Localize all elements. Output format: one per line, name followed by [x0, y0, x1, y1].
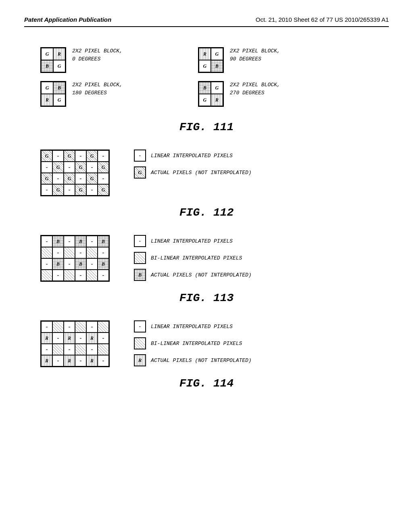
legend-text-2: BI-LINEAR INTERPOLATED PIXELS	[151, 255, 242, 261]
cell-b4: B	[199, 82, 211, 94]
label-0deg: 2X2 PIXEL BLOCK,0 DEGREES	[72, 47, 123, 63]
legend-text-2: BI-LINEAR INTERPOLATED PIXELS	[151, 341, 242, 347]
c-g: G	[98, 162, 109, 173]
c-dash: -	[41, 162, 52, 173]
label-90deg: 2X2 PIXEL BLOCK,90 DEGREES	[230, 47, 280, 63]
c-r: R	[86, 332, 98, 344]
publication-info: Oct. 21, 2010 Sheet 62 of 77 US 2010/265…	[256, 16, 389, 23]
label-180deg: 2X2 PIXEL BLOCK,180 DEGREES	[72, 81, 123, 97]
c-b: B	[52, 236, 64, 247]
c-hatch	[98, 321, 109, 332]
c-dash: -	[41, 344, 52, 355]
legend-box-dash: -	[134, 320, 146, 332]
c-hatch	[86, 270, 98, 281]
page-header: Patent Application Publication Oct. 21, …	[24, 16, 389, 27]
cell-g4: G	[199, 60, 211, 72]
c-dash: -	[52, 270, 64, 281]
c-dash: -	[64, 184, 75, 195]
fig111-item-270deg: B G G R 2X2 PIXEL BLOCK,270 DEGREES	[198, 81, 348, 107]
cell-r3: R	[41, 94, 53, 106]
c-hatch	[64, 247, 75, 258]
fig114-legend: - LINEAR INTERPOLATED PIXELS BI-LINEAR I…	[134, 320, 252, 366]
fig-113-layout: - B - B - B - - - - B - B	[24, 231, 389, 286]
fig114-grid: - - - R - R - R - - -	[40, 320, 110, 367]
c-b: B	[98, 236, 109, 247]
cell-g1: G	[41, 48, 53, 60]
legend-item-3: B ACTUAL PIXELS (NOT INTERPOLATED)	[134, 269, 252, 281]
fig112-grid: G - G - G - - G - G - G G - G	[40, 150, 110, 196]
c-dash: -	[86, 184, 98, 195]
cell-r2: R	[199, 48, 211, 60]
c-dash: -	[98, 355, 109, 366]
c-dash: -	[41, 321, 52, 332]
fig113-grid-container: - B - B - B - - - - B - B	[40, 235, 110, 282]
legend-box-hatch	[134, 252, 146, 264]
c-dash: -	[86, 162, 98, 173]
cell-b1: B	[41, 60, 53, 72]
c-dash: -	[86, 321, 98, 332]
fig-114-layout: - - - R - R - R - - -	[24, 316, 389, 371]
c-g: G	[41, 173, 52, 184]
legend-item-2: G ACTUAL PIXELS (NOT INTERPOLATED)	[134, 166, 252, 179]
cell-b3: B	[53, 82, 65, 94]
c-dash: -	[64, 258, 75, 270]
cell-b2: B	[211, 60, 223, 72]
publication-label: Patent Application Publication	[24, 16, 111, 23]
fig112-grid-container: G - G - G - - G - G - G G - G	[40, 150, 110, 196]
c-g: G	[52, 184, 64, 195]
cell-r4: R	[211, 94, 223, 106]
c-hatch	[52, 321, 64, 332]
cell-g2: G	[53, 60, 65, 72]
c-g: G	[64, 173, 75, 184]
legend-text-1: LINEAR INTERPOLATED PIXELS	[151, 238, 233, 244]
c-dash: -	[41, 236, 52, 247]
c-hatch	[41, 270, 52, 281]
c-dash: -	[98, 173, 109, 184]
c-r: R	[64, 332, 75, 344]
c-dash: -	[98, 150, 109, 162]
c-b: B	[98, 258, 109, 270]
grid-90deg: R G G B	[198, 47, 224, 73]
c-dash: -	[98, 247, 109, 258]
c-dash: -	[64, 344, 75, 355]
c-dash: -	[86, 258, 98, 270]
cell-g5: G	[41, 82, 53, 94]
fig-114-title: FIG. 114	[24, 377, 389, 390]
legend-box-g: G	[134, 166, 146, 179]
fig-111-title: FIG. 111	[24, 121, 389, 133]
c-dash: -	[75, 355, 86, 366]
page: Patent Application Publication Oct. 21, …	[0, 0, 413, 532]
fig-112-layout: G - G - G - - G - G - G G - G	[24, 145, 389, 200]
fig113-legend: - LINEAR INTERPOLATED PIXELS BI-LINEAR I…	[134, 235, 252, 281]
fig112-legend: - LINEAR INTERPOLATED PIXELS G ACTUAL PI…	[134, 150, 252, 179]
c-b: B	[75, 236, 86, 247]
legend-item-1: - LINEAR INTERPOLATED PIXELS	[134, 235, 252, 247]
fig111-item-0deg: G R B G 2X2 PIXEL BLOCK,0 DEGREES	[40, 47, 190, 73]
fig113-grid: - B - B - B - - - - B - B	[40, 235, 110, 282]
c-dash: -	[52, 173, 64, 184]
c-dash: -	[52, 332, 64, 344]
c-hatch	[75, 344, 86, 355]
c-b: B	[52, 258, 64, 270]
fig-112-title: FIG. 112	[24, 206, 389, 219]
legend-text-1: LINEAR INTERPOLATED PIXELS	[151, 324, 233, 330]
c-dash: -	[41, 258, 52, 270]
c-dash: -	[41, 184, 52, 195]
c-dash: -	[75, 247, 86, 258]
cell-g3: G	[211, 48, 223, 60]
legend-box-hatch	[134, 337, 146, 349]
legend-text-2: ACTUAL PIXELS (NOT INTERPOLATED)	[151, 170, 252, 176]
c-g: G	[86, 150, 98, 162]
cell-g6: G	[53, 94, 65, 106]
c-dash: -	[52, 247, 64, 258]
c-hatch	[64, 270, 75, 281]
cell-r1: R	[53, 48, 65, 60]
fig-112-section: G - G - G - - G - G - G G - G	[24, 145, 389, 219]
c-dash: -	[86, 236, 98, 247]
c-b: B	[75, 258, 86, 270]
c-hatch	[52, 344, 64, 355]
c-g: G	[64, 150, 75, 162]
c-r: R	[86, 355, 98, 366]
c-dash: -	[75, 332, 86, 344]
legend-box-r: R	[134, 354, 146, 366]
